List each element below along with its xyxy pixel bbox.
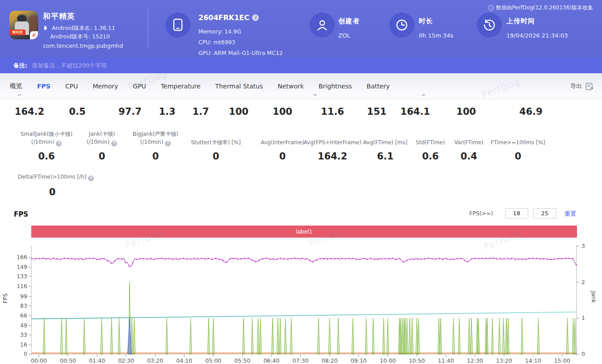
tab-FPS[interactable]: FPS — [37, 83, 51, 90]
stat-value: 0 — [213, 151, 219, 162]
duration-label: 时长 — [419, 17, 433, 25]
help-icon[interactable]: ? — [165, 141, 171, 146]
svg-text:99: 99 — [20, 293, 27, 300]
svg-text:11:40: 11:40 — [438, 357, 454, 364]
reset-button[interactable]: 重置 — [564, 210, 576, 218]
svg-text:2: 2 — [581, 279, 585, 285]
fps-min-input[interactable] — [505, 208, 528, 218]
stat-label: Jank(卡顿)(/10min)? — [87, 129, 117, 146]
tab-bar-items: 概览FPSCPUMemoryGPUTemperatureThermal Stat… — [10, 73, 390, 99]
clipped-label-remnant — [314, 94, 317, 96]
svg-text:Jank: Jank — [590, 291, 597, 303]
help-icon[interactable]: ? — [88, 176, 94, 181]
svg-text:49: 49 — [20, 322, 27, 329]
stat-label: BigJank(严重卡顿)(/10min)? — [133, 129, 178, 146]
device-name: 2604FRK1ECi — [198, 13, 259, 22]
svg-text:00:50: 00:50 — [60, 357, 76, 364]
stat-label: Avg(InterFrame) — [261, 129, 304, 146]
tab-Network[interactable]: Network — [278, 83, 303, 90]
stat-value: 46.9 — [519, 106, 543, 117]
svg-text:1: 1 — [581, 314, 585, 321]
tab-Temperature[interactable]: Temperature — [161, 83, 201, 90]
info-icon: i — [488, 5, 494, 11]
stat-value: 151 — [367, 106, 387, 117]
export-icon — [585, 83, 594, 90]
stat-value: 164.2 — [318, 151, 347, 162]
fps-max-input[interactable] — [533, 208, 556, 218]
app-icon-corner-mark: ✕ — [30, 31, 38, 39]
app-package: com.tencent.tmgp.pubgmhd — [43, 42, 123, 49]
stat-label: Delta(FTime)>100ms [/h]? — [18, 174, 94, 181]
svg-text:0: 0 — [24, 351, 27, 357]
creator-label: 创建者 — [338, 17, 360, 25]
stat-value: 1.7 — [192, 106, 209, 117]
device-cpu: CPU: mt6993 — [198, 39, 236, 46]
svg-text:10:50: 10:50 — [409, 357, 425, 364]
stat-value: 0 — [99, 151, 105, 162]
duration-value: 0h 15m 34s — [419, 32, 453, 39]
tab-Battery[interactable]: Battery — [366, 83, 390, 90]
stat-value: 0.5 — [69, 106, 85, 117]
help-icon[interactable]: ? — [56, 141, 62, 146]
clipped-label-remnant — [18, 94, 21, 96]
android-version-name: Android版本名: 1.36.11 — [43, 25, 115, 32]
chart-label-band: label1 — [31, 226, 577, 238]
stat-value: 164.2 — [15, 106, 44, 117]
android-version-code: Android版本号: 15210 — [50, 33, 110, 41]
device-memory: Memory: 14.9G — [198, 28, 241, 35]
stat-label: Stutter(卡顿率) [%] — [191, 129, 241, 146]
stat-label: Var(FTime) — [455, 129, 484, 146]
duration-icon — [389, 13, 414, 38]
stat-value: 0.6 — [38, 151, 55, 162]
stat-label: FTime>=100ms [%] — [491, 129, 545, 146]
tab-Memory[interactable]: Memory — [93, 83, 118, 90]
tab-GPU[interactable]: GPU — [133, 83, 146, 90]
svg-text:05:50: 05:50 — [234, 357, 250, 364]
fps-filter-label: FPS(>=) — [469, 210, 493, 217]
export-button[interactable]: 导出 — [570, 73, 594, 99]
header-divider — [148, 8, 148, 48]
stat-value: 0 — [515, 151, 522, 162]
stat-value: 100 — [273, 106, 292, 117]
svg-text:04:10: 04:10 — [176, 357, 192, 364]
svg-text:33: 33 — [20, 331, 27, 338]
svg-text:133: 133 — [17, 273, 27, 280]
stat-value: 6.1 — [377, 151, 393, 162]
collector-note: i 数据由PerfDog(12.0.260136)版本收集 — [488, 4, 593, 12]
tab-概览[interactable]: 概览 — [10, 82, 22, 90]
tab-Brightness[interactable]: Brightness — [319, 83, 352, 90]
remark-label: 备注: — [13, 62, 27, 70]
upload-time-value: 19/04/2026 21:34:03 — [506, 32, 568, 39]
svg-text:16: 16 — [20, 341, 27, 348]
svg-text:149: 149 — [17, 264, 27, 270]
stat-label: Avg(FTime) [ms] — [363, 129, 408, 146]
stat-label: Std(FTime) — [416, 129, 445, 146]
stat-value: 100 — [229, 106, 248, 117]
svg-text:00:00: 00:00 — [31, 357, 47, 364]
fps-chart[interactable]: 0163349668399116133149166012300:0000:500… — [0, 240, 602, 364]
svg-text:116: 116 — [17, 283, 27, 289]
remark-bar[interactable]: 备注: 添加备注，不超过200个字符 — [0, 58, 602, 73]
stat-value: 0.4 — [460, 151, 477, 162]
device-icon — [165, 13, 190, 38]
help-icon[interactable]: ? — [111, 141, 117, 146]
svg-text:02:30: 02:30 — [118, 357, 134, 364]
device-info-icon[interactable]: i — [252, 14, 259, 21]
app-title: 和平精英 — [43, 11, 75, 21]
svg-text:66: 66 — [20, 312, 27, 319]
upload-time-icon — [477, 13, 502, 38]
export-label: 导出 — [570, 82, 582, 90]
band-label: label1 — [296, 229, 312, 235]
tab-Thermal Status[interactable]: Thermal Status — [215, 83, 263, 90]
svg-text:07:30: 07:30 — [292, 357, 308, 364]
svg-text:83: 83 — [20, 302, 27, 309]
device-gpu: GPU: ARM Mali-G1-Ultra MC12 — [198, 50, 283, 56]
creator-icon — [310, 13, 335, 38]
svg-text:05:00: 05:00 — [205, 357, 221, 364]
svg-text:166: 166 — [17, 254, 27, 260]
svg-text:14:10: 14:10 — [525, 357, 541, 364]
svg-text:0: 0 — [581, 351, 585, 357]
app-icon-ribbon: 周年庆 — [9, 29, 25, 35]
tab-CPU[interactable]: CPU — [65, 83, 78, 90]
stat-value: 0 — [49, 187, 56, 197]
